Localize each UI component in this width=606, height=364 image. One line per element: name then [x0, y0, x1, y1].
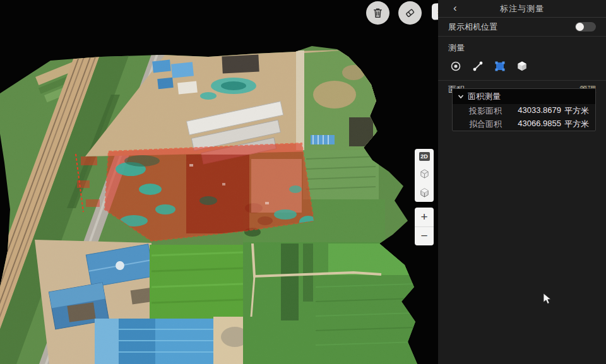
cube-icon: [419, 168, 430, 179]
zoom-in-button[interactable]: +: [415, 208, 434, 226]
wire-cube-icon: [419, 187, 430, 198]
fitted-area-row: 拟合面积 43066.9855 平方米: [453, 117, 595, 131]
map-viewport[interactable]: [0, 0, 439, 364]
fitted-area-value: 43066.9855: [518, 119, 561, 130]
fitted-area-label: 拟合面积: [469, 119, 502, 130]
eraser-icon: [404, 7, 416, 19]
zoom-controls: + −: [415, 208, 434, 245]
camera-position-row: 展示相机位置: [438, 18, 606, 37]
back-button[interactable]: ‹: [453, 2, 458, 15]
distance-measure-tool[interactable]: [470, 59, 485, 74]
panel-title: 标注与测量: [500, 3, 544, 15]
view-2d-button[interactable]: 2D: [419, 152, 430, 161]
zoom-out-button[interactable]: −: [415, 227, 434, 246]
area-measurement-card: 面积测量 投影面积 43033.8679 平方米 拟合面积 43066.9855…: [452, 88, 596, 131]
fitted-area-unit: 平方米: [564, 119, 589, 130]
projected-area-label: 投影面积: [469, 105, 502, 117]
measure-section-label: 测量: [438, 37, 606, 55]
trash-icon: [372, 7, 384, 19]
projected-area-value: 43033.8679: [518, 105, 561, 117]
point-measure-tool[interactable]: [448, 59, 463, 74]
toggle-knob: [576, 23, 584, 31]
area-measurement-header[interactable]: 面积测量: [453, 89, 595, 104]
erase-button[interactable]: [398, 1, 422, 25]
app-window: » ‹ 标注与测量 展示相机位置 测量: [0, 0, 606, 364]
delete-button[interactable]: [366, 1, 389, 25]
measure-tools: [438, 55, 606, 81]
annotation-panel: ‹ 标注与测量 展示相机位置 测量: [438, 0, 606, 364]
area-measurement-title: 面积测量: [468, 91, 501, 102]
volume-measure-tool[interactable]: [514, 59, 530, 74]
projected-area-row: 投影面积 43033.8679 平方米: [453, 104, 595, 117]
area-measure-tool[interactable]: [492, 59, 508, 74]
chevron-down-icon: [458, 93, 464, 100]
area-icon: [494, 61, 506, 72]
volume-cube-icon: [516, 61, 528, 72]
panel-header: ‹ 标注与测量: [438, 0, 606, 18]
orthophoto-map: [0, 0, 439, 364]
camera-position-label: 展示相机位置: [448, 21, 497, 33]
point-icon: [450, 61, 461, 72]
view-3d-button[interactable]: [418, 167, 431, 180]
model-view-button[interactable]: [418, 186, 431, 199]
projected-area-unit: 平方米: [564, 105, 589, 117]
camera-position-toggle[interactable]: [575, 22, 596, 32]
distance-icon: [472, 61, 484, 72]
view-controls: 2D: [415, 149, 434, 202]
